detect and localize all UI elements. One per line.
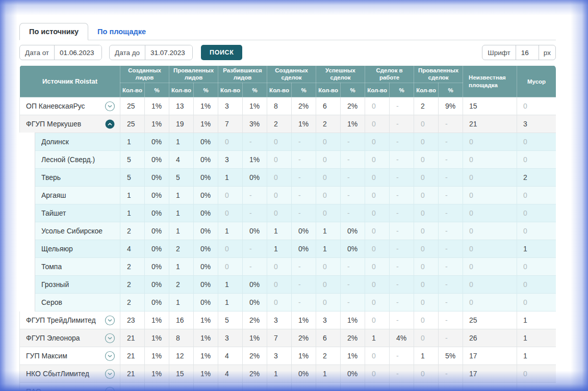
value-cell: 2% bbox=[341, 97, 365, 115]
group-header-5: Сделок в работе bbox=[365, 66, 414, 83]
value-cell: 0% bbox=[145, 133, 169, 151]
value-cell: 0 bbox=[365, 151, 390, 169]
value-cell: 0 bbox=[365, 169, 390, 187]
toolbar: Дата от Дата до ПОИСК Шрифт px bbox=[19, 45, 556, 60]
chevron-down-circle-icon[interactable] bbox=[105, 369, 115, 379]
value-cell: 0 bbox=[218, 133, 243, 151]
value-cell: 1% bbox=[145, 115, 169, 133]
value-cell: 0% bbox=[145, 294, 169, 311]
value-cell: 0 bbox=[414, 240, 439, 258]
value-cell: 12 bbox=[169, 347, 194, 365]
source-name-cell: НКО СбытЛимитед bbox=[20, 365, 120, 383]
value-cell: 3 bbox=[316, 311, 341, 329]
value-cell: 1% bbox=[194, 97, 218, 115]
value-cell: 0 bbox=[218, 204, 243, 222]
unknown-platform-cell: 0 bbox=[463, 240, 517, 258]
value-cell: 0 bbox=[316, 276, 341, 294]
trash-cell: 0 bbox=[517, 133, 556, 151]
trash-cell: 0 bbox=[517, 276, 556, 294]
chevron-down-circle-icon[interactable] bbox=[105, 315, 115, 326]
value-cell: - bbox=[390, 240, 414, 258]
value-cell: 0 bbox=[365, 115, 390, 133]
value-cell: - bbox=[341, 187, 365, 204]
value-cell: 5 bbox=[169, 169, 194, 187]
unknown-platform-cell: 0 bbox=[463, 151, 517, 169]
value-cell: 25 bbox=[120, 115, 145, 133]
group-header-2: Разбившихся лидов bbox=[218, 66, 267, 83]
value-cell: - bbox=[439, 222, 463, 240]
value-cell: 1 bbox=[414, 347, 439, 365]
value-cell: - bbox=[243, 240, 267, 258]
unknown-platform-cell: 0 bbox=[463, 276, 517, 294]
value-cell: - bbox=[390, 187, 414, 204]
row-name: ФГУП Элеонора bbox=[26, 334, 80, 342]
value-cell: 0 bbox=[267, 187, 292, 204]
chevron-up-circle-icon[interactable] bbox=[105, 119, 115, 129]
row-name: Тайшет bbox=[41, 209, 66, 217]
value-cell: 1% bbox=[243, 97, 267, 115]
platform-name-cell: Серов bbox=[20, 294, 120, 311]
value-cell: 0 bbox=[365, 187, 390, 204]
value-cell: 1% bbox=[243, 329, 267, 347]
value-cell: 0% bbox=[145, 204, 169, 222]
row-name: ПАО bbox=[26, 387, 41, 391]
value-cell: 3 bbox=[267, 311, 292, 329]
value-cell: 1 bbox=[169, 258, 194, 276]
value-cell: 2% bbox=[243, 347, 267, 365]
value-cell: - bbox=[390, 311, 414, 329]
value-cell: 3 bbox=[218, 151, 243, 169]
value-cell: - bbox=[390, 115, 414, 133]
source-name-cell: ФГУП Меркушев bbox=[20, 115, 120, 133]
value-cell: 4 bbox=[120, 240, 145, 258]
value-cell: - bbox=[390, 151, 414, 169]
value-cell: 0 bbox=[267, 294, 292, 311]
unknown-platform-cell bbox=[463, 383, 517, 391]
value-cell: 2 bbox=[120, 222, 145, 240]
count-subheader: Кол-во bbox=[169, 83, 194, 97]
font-size-input[interactable] bbox=[516, 45, 539, 60]
value-cell: 16 bbox=[169, 311, 194, 329]
value-cell: - bbox=[341, 169, 365, 187]
date-to-input[interactable] bbox=[145, 45, 192, 60]
value-cell: - bbox=[390, 133, 414, 151]
value-cell: - bbox=[390, 97, 414, 115]
value-cell: - bbox=[439, 365, 463, 383]
value-cell: 1 bbox=[120, 187, 145, 204]
value-cell: - bbox=[439, 151, 463, 169]
value-cell: 0 bbox=[414, 222, 439, 240]
value-cell: 23 bbox=[120, 311, 145, 329]
unknown-platform-cell: 0 bbox=[463, 187, 517, 204]
value-cell: 1 bbox=[316, 240, 341, 258]
value-cell: 1% bbox=[194, 311, 218, 329]
value-cell: - bbox=[439, 204, 463, 222]
value-cell: 0% bbox=[145, 187, 169, 204]
value-cell: - bbox=[292, 204, 316, 222]
date-from-input[interactable] bbox=[55, 45, 101, 60]
value-cell: 13 bbox=[169, 97, 194, 115]
platform-name-cell: Томпа bbox=[20, 258, 120, 276]
tab-by-platform[interactable]: По площадке bbox=[88, 23, 155, 40]
trash-header: Мусор bbox=[517, 66, 556, 97]
chevron-down-circle-icon[interactable] bbox=[105, 386, 115, 391]
value-cell: - bbox=[390, 169, 414, 187]
table-row-source: ОП КаневскаяРус251%131%31%82%62%0-29%150 bbox=[20, 97, 556, 115]
trash-cell: 0 bbox=[517, 204, 556, 222]
value-cell: 7 bbox=[267, 329, 292, 347]
chevron-down-circle-icon[interactable] bbox=[105, 333, 115, 344]
chevron-down-circle-icon[interactable] bbox=[105, 351, 115, 361]
value-cell: 0% bbox=[292, 365, 316, 383]
value-cell: 0 bbox=[267, 133, 292, 151]
value-cell: 0% bbox=[341, 240, 365, 258]
value-cell: 0 bbox=[267, 204, 292, 222]
trash-cell: 1 bbox=[517, 347, 556, 365]
chevron-down-circle-icon[interactable] bbox=[105, 101, 115, 112]
unknown-platform-cell: 0 bbox=[463, 294, 517, 311]
trash-cell: 2 bbox=[517, 169, 556, 187]
value-cell: 0% bbox=[145, 258, 169, 276]
count-subheader: Кол-во bbox=[267, 83, 292, 97]
value-cell: 1% bbox=[145, 365, 169, 383]
search-button[interactable]: ПОИСК bbox=[201, 45, 242, 60]
value-cell: - bbox=[390, 365, 414, 383]
tab-by-source[interactable]: По источнику bbox=[19, 23, 88, 40]
value-cell bbox=[169, 383, 194, 391]
